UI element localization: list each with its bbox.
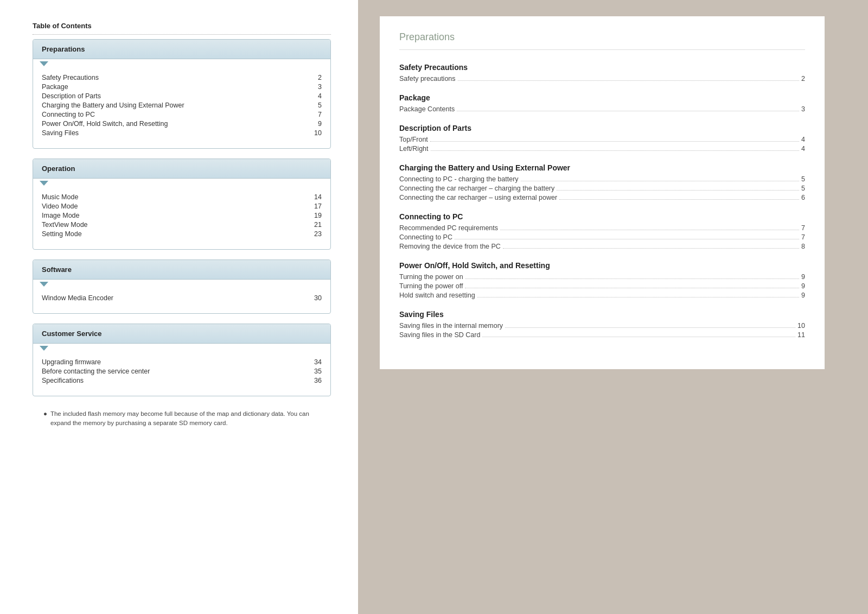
left-panel: Table of Contents PreparationsSafety Pre…	[0, 0, 358, 614]
prep-entry-dots	[500, 230, 799, 230]
toc-row[interactable]: Music Mode14	[42, 193, 322, 201]
toc-items-operation: Music Mode14Video Mode17Image Mode19Text…	[33, 186, 330, 249]
prep-entry-dots	[503, 248, 799, 249]
prep-entry-page: 11	[797, 331, 805, 339]
toc-item-page: 17	[314, 202, 322, 210]
prep-entry-dots	[557, 190, 799, 191]
prep-entry: Top/Front4	[399, 136, 805, 143]
toc-item-page: 30	[314, 294, 322, 302]
prep-entry-dots	[458, 80, 800, 81]
prep-entry: Package Contents3	[399, 105, 805, 113]
toc-item-label: Upgrading firmware	[42, 358, 101, 366]
toc-item-page: 4	[318, 92, 322, 100]
prep-entry: Safety precautions2	[399, 75, 805, 83]
prep-section-safety-precautions: Safety PrecautionsSafety precautions2	[399, 63, 805, 83]
prep-entry: Turning the power off9	[399, 282, 805, 290]
toc-item-page: 9	[318, 120, 322, 128]
prep-entry-label: Left/Right	[399, 145, 429, 153]
prep-section-title-package: Package	[399, 93, 805, 102]
prep-section-title-connecting-to-pc: Connecting to PC	[399, 212, 805, 221]
toc-row[interactable]: Window Media Encoder30	[42, 294, 322, 302]
toc-item-label: Package	[42, 83, 68, 91]
right-sections: Safety PrecautionsSafety precautions2Pac…	[399, 63, 805, 339]
prep-section-saving-files: Saving FilesSaving files in the internal…	[399, 310, 805, 339]
toc-header-customer-service[interactable]: Customer Service	[33, 324, 330, 344]
prep-entry-dots	[457, 111, 799, 111]
toc-items-software: Window Media Encoder30	[33, 287, 330, 313]
toc-item-page: 19	[314, 212, 322, 219]
toc-header-preparations[interactable]: Preparations	[33, 40, 330, 59]
toc-header-operation[interactable]: Operation	[33, 159, 330, 179]
toc-row[interactable]: TextView Mode21	[42, 221, 322, 229]
toc-item-page: 3	[318, 83, 322, 91]
prep-entry-dots	[559, 199, 799, 200]
footnote-bullet-symbol: ●	[43, 409, 47, 428]
prep-entry: Recommended PC requirements7	[399, 224, 805, 232]
prep-entry-page: 9	[801, 282, 805, 290]
prep-entry: Connecting the car recharger – charging …	[399, 185, 805, 192]
toc-item-page: 34	[314, 358, 322, 366]
toc-section-operation: OperationMusic Mode14Video Mode17Image M…	[33, 159, 331, 250]
prep-entry-dots	[477, 297, 799, 297]
prep-entry-page: 2	[801, 75, 805, 83]
toc-row[interactable]: Specifications36	[42, 377, 322, 384]
toc-item-page: 21	[314, 221, 322, 229]
prep-entry-page: 9	[801, 273, 805, 281]
prep-entry-label: Turning the power off	[399, 282, 463, 290]
toc-title: Table of Contents	[33, 22, 331, 35]
toc-row[interactable]: Before contacting the service center35	[42, 368, 322, 375]
prep-entry-dots	[465, 288, 799, 288]
prep-entry-label: Hold switch and resetting	[399, 292, 475, 299]
prep-entry-label: Top/Front	[399, 136, 428, 143]
prep-section-title-charging: Charging the Battery and Using External …	[399, 163, 805, 172]
toc-row[interactable]: Safety Precautions2	[42, 74, 322, 81]
prep-entry-dots	[430, 141, 799, 142]
prep-entry: Connecting to PC7	[399, 233, 805, 241]
toc-row[interactable]: Setting Mode23	[42, 230, 322, 238]
toc-sections: PreparationsSafety Precautions2Package3D…	[33, 39, 331, 396]
toc-items-preparations: Safety Precautions2Package3Description o…	[33, 66, 330, 148]
toc-row[interactable]: Video Mode17	[42, 202, 322, 210]
right-main-title: Preparations	[399, 31, 805, 50]
toc-item-page: 7	[318, 111, 322, 118]
prep-entry-label: Turning the power on	[399, 273, 463, 281]
toc-item-label: TextView Mode	[42, 221, 88, 229]
prep-entry-dots	[482, 337, 795, 337]
footnote-text: The included flash memory may become ful…	[50, 409, 320, 428]
footnote-area: ● The included flash memory may become f…	[33, 409, 331, 428]
prep-entry: Connecting the car recharger – using ext…	[399, 194, 805, 201]
toc-row[interactable]: Saving Files10	[42, 129, 322, 137]
prep-entry-page: 3	[801, 105, 805, 113]
toc-row[interactable]: Upgrading firmware34	[42, 358, 322, 366]
prep-entry-page: 9	[801, 292, 805, 299]
toc-row[interactable]: Image Mode19	[42, 212, 322, 219]
toc-item-page: 10	[314, 129, 322, 137]
toc-item-label: Video Mode	[42, 202, 78, 210]
toc-item-page: 5	[318, 102, 322, 109]
prep-entry-label: Recommended PC requirements	[399, 224, 498, 232]
toc-row[interactable]: Connecting to PC7	[42, 111, 322, 118]
toc-row[interactable]: Power On/Off, Hold Switch, and Resetting…	[42, 120, 322, 128]
prep-entry-page: 6	[801, 194, 805, 201]
toc-row[interactable]: Package3	[42, 83, 322, 91]
toc-item-label: Window Media Encoder	[42, 294, 113, 302]
toc-item-page: 2	[318, 74, 322, 81]
prep-entry-label: Connecting to PC	[399, 233, 452, 241]
right-panel: Preparations Safety PrecautionsSafety pr…	[358, 0, 868, 614]
prep-entry-dots	[505, 327, 795, 328]
toc-row[interactable]: Charging the Battery and Using External …	[42, 102, 322, 109]
toc-item-label: Setting Mode	[42, 230, 82, 238]
toc-row[interactable]: Description of Parts4	[42, 92, 322, 100]
footnote-bullet: ● The included flash memory may become f…	[43, 409, 320, 428]
toc-item-label: Charging the Battery and Using External …	[42, 102, 184, 109]
prep-entry-label: Connecting the car recharger – charging …	[399, 185, 554, 192]
toc-header-software[interactable]: Software	[33, 260, 330, 280]
prep-section-connecting-to-pc: Connecting to PCRecommended PC requireme…	[399, 212, 805, 250]
prep-entry-dots	[521, 181, 799, 181]
prep-entry-page: 7	[801, 224, 805, 232]
toc-section-customer-service: Customer ServiceUpgrading firmware34Befo…	[33, 324, 331, 396]
prep-section-charging: Charging the Battery and Using External …	[399, 163, 805, 201]
toc-item-label: Safety Precautions	[42, 74, 99, 81]
prep-entry-label: Safety precautions	[399, 75, 456, 83]
prep-entry: Connecting to PC - charging the battery5	[399, 175, 805, 183]
